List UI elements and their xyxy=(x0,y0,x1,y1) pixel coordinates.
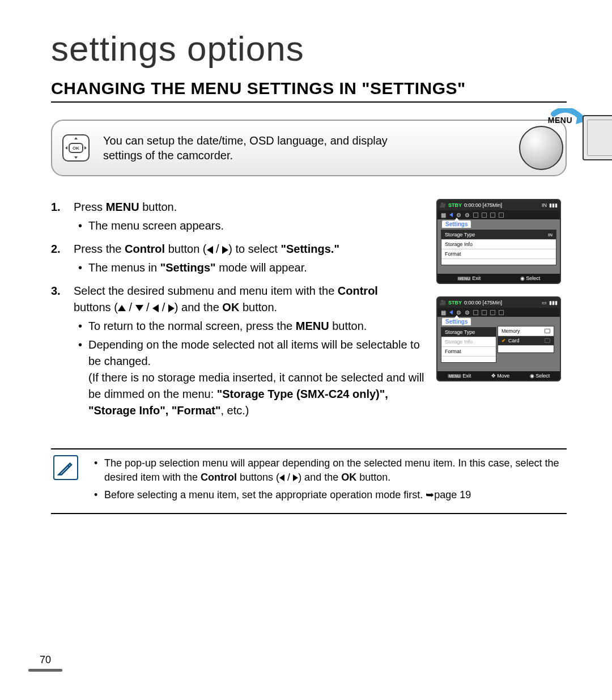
popup-panel: Memory ✔Card xyxy=(498,326,554,353)
placeholder-icon xyxy=(473,213,478,218)
stby-indicator: STBY xyxy=(448,300,462,306)
right-triangle-icon xyxy=(222,246,228,254)
page-number-tab xyxy=(28,669,62,672)
step-number: 1. xyxy=(51,199,61,215)
check-icon: ✔ xyxy=(502,338,506,343)
ok-label: OK xyxy=(69,143,83,153)
grid-icon: ▦ xyxy=(441,212,446,218)
note-1: The pop-up selection menu will appear de… xyxy=(91,456,564,485)
popup-row-card: ✔Card xyxy=(498,336,554,346)
menu-settings-tab-icon: ⚙ xyxy=(456,309,461,316)
right-triangle-icon xyxy=(168,304,175,312)
menu-row-format: Format xyxy=(441,347,496,357)
footer-select: ◉ Select xyxy=(520,275,541,281)
battery-icon: ▮▮▮ xyxy=(549,202,558,208)
notes-box: The pop-up selection menu will appear de… xyxy=(51,448,567,514)
card-icon: ▭ xyxy=(542,300,547,306)
settings-tab: Settings xyxy=(442,220,471,228)
menu-row-format: Format xyxy=(441,249,556,259)
stby-indicator: STBY xyxy=(448,202,462,208)
up-triangle-icon xyxy=(118,305,126,311)
storage-in-icon: IN xyxy=(542,202,547,208)
left-arrow-icon xyxy=(449,213,453,217)
osd-screenshot-2: 🎥 STBY 0:00:00 [475Min] ▭ ▮▮▮ ▦ ⚙ ⚙ Sett… xyxy=(436,296,561,381)
step-number: 3. xyxy=(51,283,61,299)
step-number: 2. xyxy=(51,241,61,257)
ok-dpad-icon: OK xyxy=(62,134,90,162)
step-3-sub-1: To return to the normal screen, press th… xyxy=(74,318,425,334)
card-icon xyxy=(545,338,550,343)
step-3-sub-2: Depending on the mode selected not all i… xyxy=(74,337,425,419)
note-icon xyxy=(53,455,78,480)
menu-row-storage-type: Storage TypeIN xyxy=(441,230,556,240)
left-triangle-icon xyxy=(207,246,213,254)
grid-icon: ▦ xyxy=(441,309,446,316)
placeholder-icon xyxy=(490,213,495,218)
left-triangle-icon xyxy=(152,304,159,312)
step-1-sub: The menu screen appears. xyxy=(74,218,425,234)
osd-screenshot-1: 🎥 STBY 0:00:00 [475Min] IN ▮▮▮ ▦ ⚙ ⚙ Set… xyxy=(436,199,561,284)
note-2: Before selecting a menu item, set the ap… xyxy=(91,488,564,502)
placeholder-icon xyxy=(482,310,487,315)
rec-time: 0:00:00 [475Min] xyxy=(464,300,502,306)
placeholder-icon xyxy=(490,310,495,315)
step-3: 3. Select the desired submenu and menu i… xyxy=(51,283,425,419)
placeholder-icon xyxy=(499,213,504,218)
menu-panel: Storage Type Storage Info Format xyxy=(441,327,496,363)
down-triangle-icon xyxy=(135,305,143,311)
page-title: settings options xyxy=(51,28,567,69)
footer-select: ◉ Select xyxy=(530,373,550,379)
steps-list: 1. Press MENU button. The menu screen ap… xyxy=(51,199,425,419)
placeholder-icon xyxy=(482,213,487,218)
menu-gear-off-icon: ⚙ xyxy=(465,212,470,218)
left-arrow-icon xyxy=(449,310,453,315)
step-2-sub: The menus in "Settings" mode will appear… xyxy=(74,260,425,276)
menu-gear-off-icon: ⚙ xyxy=(465,309,470,316)
camcorder-illustration xyxy=(571,111,612,179)
intro-text: You can setup the date/time, OSD languag… xyxy=(103,133,407,163)
footer-move: ✥ Move xyxy=(491,373,510,379)
menu-panel: Storage TypeIN Storage Info Format xyxy=(441,230,556,265)
placeholder-icon xyxy=(499,310,504,315)
menu-row-storage-type: Storage Type xyxy=(441,328,496,337)
step-1: 1. Press MENU button. The menu screen ap… xyxy=(51,199,425,234)
placeholder-icon xyxy=(473,310,478,315)
intro-banner: OK You can setup the date/time, OSD lang… xyxy=(51,120,567,176)
left-triangle-icon xyxy=(279,474,284,481)
footer-exit: MENUExit xyxy=(448,373,471,379)
rec-time: 0:00:00 [475Min] xyxy=(464,202,502,208)
battery-icon: ▮▮▮ xyxy=(549,300,558,306)
in-icon xyxy=(545,329,550,333)
settings-tab: Settings xyxy=(442,318,471,325)
page-number: 70 xyxy=(40,654,51,666)
page-ref-arrow-icon: ➥ xyxy=(426,489,434,500)
popup-row-memory: Memory xyxy=(498,326,554,336)
step-2: 2. Press the Control button ( / ) to sel… xyxy=(51,241,425,276)
menu-row-storage-info: Storage Info xyxy=(441,240,556,249)
menu-row-storage-info: Storage Info xyxy=(441,337,496,347)
right-triangle-icon xyxy=(293,474,298,481)
footer-exit: MENUExit xyxy=(457,275,481,281)
menu-settings-tab-icon: ⚙ xyxy=(456,212,461,218)
section-heading: CHANGING THE MENU SETTINGS IN "SETTINGS" xyxy=(51,79,567,103)
